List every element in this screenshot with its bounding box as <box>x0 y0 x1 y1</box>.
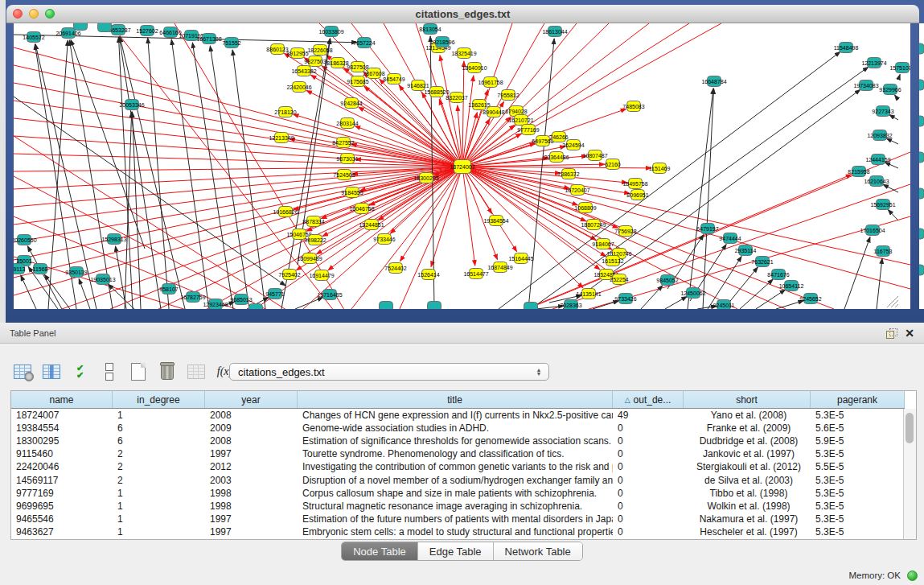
citation-edge-black[interactable] <box>885 163 898 168</box>
cited-node[interactable]: 18640910 <box>462 63 487 73</box>
citation-edge-black[interactable] <box>889 115 898 120</box>
clipped-network-node[interactable] <box>919 229 924 239</box>
cited-node[interactable]: 9733446 <box>373 234 395 245</box>
new-table-button[interactable] <box>127 360 149 383</box>
network-node[interactable]: 19734083 <box>853 80 878 91</box>
citation-edge-black[interactable] <box>877 258 882 309</box>
network-node[interactable]: 16648784 <box>701 76 726 87</box>
table-row[interactable]: 969969511998Structural magnetic resonanc… <box>11 500 905 513</box>
citation-edge-black[interactable] <box>844 237 870 309</box>
citation-edge-red[interactable] <box>462 167 834 309</box>
cited-node[interactable]: 7485083 <box>622 101 644 112</box>
tab-edge-table[interactable]: Edge Table <box>418 542 494 560</box>
network-node[interactable]: 15751074 <box>889 63 910 73</box>
citation-edge-black[interactable] <box>641 286 663 309</box>
citation-edge-black[interactable] <box>132 112 141 309</box>
network-node[interactable]: 16782759 <box>180 292 205 303</box>
network-node[interactable]: 16210643 <box>864 176 889 187</box>
citation-edge-black[interactable] <box>27 246 62 309</box>
citation-edge-black[interactable] <box>665 296 687 309</box>
cited-node[interactable]: 10807487 <box>582 150 607 161</box>
network-node[interactable]: 8471676 <box>767 270 789 280</box>
network-node[interactable]: 12923448 <box>203 299 228 310</box>
citation-edge-black[interactable] <box>776 301 803 309</box>
citation-edge-red[interactable] <box>380 216 910 309</box>
table-row[interactable]: 946362711997Embryonic stem cells: a mode… <box>11 525 905 538</box>
column-header-short[interactable]: short <box>684 391 811 408</box>
clipped-network-node[interactable] <box>919 116 924 126</box>
citation-edge-black[interactable] <box>14 97 285 286</box>
citation-edge-red[interactable] <box>462 76 474 167</box>
cited-node[interactable]: 2803144 <box>336 118 358 129</box>
cited-node[interactable]: 3624594 <box>562 140 584 150</box>
network-node[interactable]: 7028363 <box>560 300 581 310</box>
cited-node[interactable]: 7524402 <box>384 263 406 274</box>
citation-edge-red[interactable] <box>462 167 910 289</box>
column-header-in_degree[interactable]: in_degree <box>113 391 205 408</box>
cited-node[interactable]: 7756928 <box>614 226 636 237</box>
citation-edge-black[interactable] <box>148 38 169 309</box>
network-node[interactable]: 9329966 <box>879 84 901 95</box>
cited-node[interactable]: 9827503 <box>304 56 326 67</box>
network-node[interactable]: 19035013 <box>90 274 115 285</box>
cited-node[interactable]: 15164445 <box>508 253 533 264</box>
table-row[interactable]: 977716911998Corpus callosum shape and si… <box>11 487 905 500</box>
column-header-out_de...[interactable]: △out_de... <box>613 391 684 408</box>
vertical-scrollbar[interactable] <box>903 409 916 539</box>
secondary-network-view-sliver[interactable] <box>919 23 924 309</box>
network-node[interactable]: 1405572 <box>23 32 44 43</box>
network-node[interactable]: 15298313 <box>101 234 126 245</box>
clipped-network-node[interactable] <box>919 80 924 90</box>
network-node[interactable]: 16033809 <box>318 27 343 37</box>
citation-edge-red[interactable] <box>462 167 475 266</box>
citation-edge-black[interactable] <box>688 89 713 309</box>
network-node[interactable] <box>428 302 441 310</box>
cited-node[interactable]: 16099489 <box>297 253 322 264</box>
network-node[interactable]: 751552 <box>222 38 240 48</box>
column-header-pagerank[interactable]: pagerank <box>811 391 905 408</box>
citation-edge-black[interactable] <box>888 210 898 220</box>
network-node[interactable]: 116753 <box>874 246 893 257</box>
citation-edge-black[interactable] <box>756 290 785 309</box>
table-settings-button[interactable] <box>11 360 33 383</box>
network-node[interactable]: 7857224 <box>353 38 375 48</box>
network-window-titlebar[interactable]: citations_edges.txt <box>6 5 919 23</box>
clipped-network-node[interactable] <box>919 152 924 163</box>
cited-node[interactable]: 252254 <box>610 274 628 285</box>
cited-node[interactable]: 9175685 <box>347 76 368 87</box>
column-header-year[interactable]: year <box>205 391 298 408</box>
network-node[interactable]: 9245652 <box>799 294 821 304</box>
citation-edge-red[interactable] <box>462 125 515 167</box>
resize-grip-icon[interactable] <box>891 300 898 307</box>
citation-edge-red[interactable] <box>458 105 462 167</box>
cited-node[interactable]: 8860123 <box>266 44 288 55</box>
citation-edge-black[interactable] <box>894 95 898 100</box>
citation-edge-red[interactable] <box>14 167 462 171</box>
network-node[interactable]: 12213974 <box>861 58 886 68</box>
network-node[interactable]: 9733426 <box>614 294 636 304</box>
citation-network-graph[interactable]: 8860123891295518226058982750316543382818… <box>14 23 910 309</box>
citation-edge-black[interactable] <box>79 278 90 309</box>
network-node[interactable]: 39113 <box>14 264 26 274</box>
cited-node[interactable]: 7925402 <box>278 270 300 280</box>
citation-edge-red[interactable] <box>462 23 577 167</box>
cited-node[interactable]: 7955812 <box>497 90 519 101</box>
network-node[interactable]: 2935114 <box>735 245 757 256</box>
citation-edge-red[interactable] <box>462 23 649 167</box>
citation-edge-black[interactable] <box>295 297 323 309</box>
scrollbar-thumb[interactable] <box>906 413 914 443</box>
network-canvas[interactable]: 8860123891295518226058982750316543382818… <box>14 23 910 309</box>
cited-node[interactable]: 16914479 <box>309 270 334 281</box>
cited-node[interactable]: 62160 <box>605 159 621 170</box>
close-panel-icon[interactable]: ✕ <box>905 328 914 338</box>
resize-grip-icon[interactable] <box>895 304 898 307</box>
table-row[interactable]: 1456911722003Disruption of a novel membe… <box>11 473 905 486</box>
tab-node-table[interactable]: Node Table <box>342 542 418 560</box>
citation-edge-red[interactable] <box>14 167 462 278</box>
cited-node[interactable]: 16514477 <box>463 269 488 279</box>
table-row[interactable]: 2242004622012Investigating the contribut… <box>11 460 905 473</box>
cited-node[interactable]: 1526414 <box>417 270 439 280</box>
cited-node[interactable]: 8454749 <box>383 74 405 84</box>
citation-edge-black[interactable] <box>171 39 209 309</box>
cited-node[interactable]: 14135141 <box>576 289 601 299</box>
